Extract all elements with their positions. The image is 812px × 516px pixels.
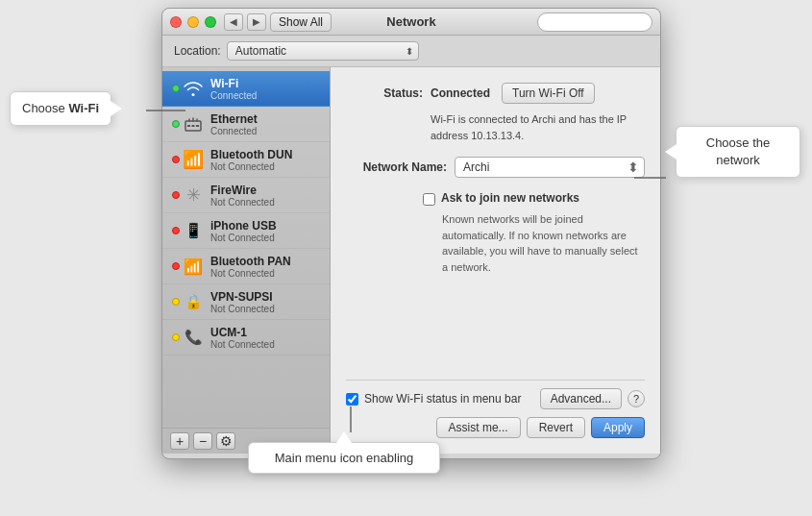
- iphone-usb-item-text: iPhone USB Not Connected: [210, 219, 322, 243]
- turn-wifi-button[interactable]: Turn Wi-Fi Off: [502, 83, 595, 104]
- maximize-button[interactable]: [205, 16, 216, 28]
- bluetooth-dun-status-dot: [172, 156, 180, 163]
- forward-button[interactable]: ▶: [247, 13, 266, 31]
- advanced-button[interactable]: Advanced...: [540, 388, 622, 409]
- status-label: Status:: [346, 86, 423, 100]
- sidebar-item-vpn[interactable]: 🔒 VPN-SUPSI Not Connected: [162, 284, 330, 320]
- choose-wifi-callout: Choose Wi-Fi: [10, 91, 111, 126]
- ucm-icon: 📞: [180, 324, 207, 351]
- titlebar: ◀ ▶ Show All Network: [162, 9, 660, 36]
- iphone-usb-icon: 📱: [180, 217, 207, 244]
- sidebar-item-bluetooth-dun[interactable]: 📶 Bluetooth DUN Not Connected: [162, 142, 330, 178]
- network-input-wrapper: ⬍: [455, 157, 645, 178]
- bluetooth-dun-item-status: Not Connected: [210, 161, 322, 172]
- location-select[interactable]: Automatic: [227, 41, 419, 61]
- ucm-item-text: UCM-1 Not Connected: [210, 326, 322, 350]
- menu-icon-callout: Main menu icon enabling: [248, 442, 440, 474]
- bluetooth-pan-item-text: Bluetooth PAN Not Connected: [210, 255, 322, 279]
- iphone-usb-status-dot: [172, 227, 180, 234]
- ucm-status-dot: [172, 333, 180, 341]
- sidebar-item-wifi[interactable]: Wi-Fi Connected: [162, 71, 330, 107]
- show-wifi-checkbox[interactable]: [346, 393, 358, 405]
- bluetooth-pan-icon: 📶: [180, 253, 207, 280]
- ask-join-checkbox[interactable]: [423, 193, 435, 206]
- ethernet-item-name: Ethernet: [210, 112, 322, 126]
- location-select-wrapper: Automatic ⬍: [227, 41, 419, 61]
- vpn-icon: 🔒: [180, 288, 207, 315]
- window-title: Network: [386, 14, 435, 29]
- revert-button[interactable]: Revert: [527, 417, 585, 438]
- sidebar-item-firewire[interactable]: ✳ FireWire Not Connected: [162, 178, 330, 213]
- network-name-input[interactable]: [455, 157, 645, 178]
- vpn-item-text: VPN-SUPSI Not Connected: [210, 290, 322, 314]
- ethernet-item-text: Ethernet Connected: [210, 112, 322, 136]
- bluetooth-dun-icon: 📶: [180, 146, 207, 173]
- main-panel: Status: Connected Turn Wi-Fi Off Wi-Fi i…: [331, 67, 660, 454]
- bluetooth-dun-item-name: Bluetooth DUN: [210, 148, 322, 161]
- menu-icon-text: Main menu icon enabling: [275, 451, 414, 465]
- back-button[interactable]: ◀: [224, 13, 243, 31]
- bluetooth-pan-status-dot: [172, 262, 180, 270]
- network-name-label: Network Name:: [346, 160, 447, 174]
- choose-wifi-arrow: [111, 101, 122, 116]
- bottom-bar: Show Wi-Fi status in menu bar Advanced..…: [346, 380, 645, 438]
- wifi-icon: [180, 75, 207, 102]
- ethernet-item-status: Connected: [210, 126, 322, 136]
- choose-network-text: Choose the network: [706, 135, 771, 167]
- ethernet-icon: [180, 111, 207, 137]
- iphone-usb-item-name: iPhone USB: [210, 219, 322, 233]
- iphone-usb-item-status: Not Connected: [210, 233, 322, 243]
- sidebar: Wi-Fi Connected: [162, 67, 331, 454]
- svg-rect-3: [196, 125, 199, 127]
- firewire-icon: ✳: [180, 182, 207, 209]
- show-all-button[interactable]: Show All: [270, 12, 332, 32]
- bottom-row2: Assist me... Revert Apply: [346, 417, 645, 438]
- bluetooth-pan-item-name: Bluetooth PAN: [210, 255, 322, 268]
- sidebar-item-iphone-usb[interactable]: 📱 iPhone USB Not Connected: [162, 213, 330, 249]
- location-toolbar: Location: Automatic ⬍: [162, 36, 660, 67]
- ucm-item-status: Not Connected: [210, 339, 322, 350]
- network-window: ◀ ▶ Show All Network Location: Automatic…: [161, 8, 661, 459]
- bottom-row1: Show Wi-Fi status in menu bar Advanced..…: [346, 388, 645, 409]
- sidebar-item-ucm[interactable]: 📞 UCM-1 Not Connected: [162, 320, 330, 356]
- svg-rect-2: [192, 125, 195, 127]
- location-label: Location:: [174, 44, 221, 58]
- vpn-item-status: Not Connected: [210, 304, 322, 314]
- traffic-lights: [170, 16, 216, 28]
- nav-controls: ◀ ▶ Show All: [224, 12, 332, 32]
- ask-join-label: Ask to join new networks: [441, 191, 579, 205]
- wifi-description: Wi-Fi is connected to Archi and has the …: [346, 111, 645, 143]
- gear-button[interactable]: ⚙: [216, 432, 235, 450]
- network-name-row: Network Name: ⬍: [346, 157, 645, 178]
- status-row: Status: Connected Turn Wi-Fi Off: [346, 83, 645, 104]
- assist-me-button[interactable]: Assist me...: [436, 417, 521, 438]
- content-area: Wi-Fi Connected: [162, 67, 660, 454]
- wifi-item-status: Connected: [210, 90, 322, 101]
- wifi-status-dot: [172, 85, 180, 92]
- close-button[interactable]: [170, 16, 182, 28]
- remove-network-button[interactable]: −: [193, 432, 212, 450]
- join-networks-note: Known networks will be joined automatica…: [346, 211, 645, 275]
- firewire-item-status: Not Connected: [210, 197, 322, 208]
- show-wifi-label: Show Wi-Fi status in menu bar: [364, 392, 521, 405]
- bluetooth-dun-item-text: Bluetooth DUN Not Connected: [210, 148, 322, 172]
- join-networks-checkbox-row: Ask to join new networks: [346, 191, 645, 206]
- menu-icon-arrow: [336, 431, 352, 443]
- status-value: Connected: [431, 86, 490, 100]
- wifi-item-text: Wi-Fi Connected: [210, 77, 322, 101]
- sidebar-item-ethernet[interactable]: Ethernet Connected: [162, 107, 330, 142]
- apply-button[interactable]: Apply: [591, 417, 645, 438]
- bluetooth-pan-item-status: Not Connected: [210, 268, 322, 279]
- vpn-item-name: VPN-SUPSI: [210, 290, 322, 304]
- minimize-button[interactable]: [187, 16, 199, 28]
- vpn-status-dot: [172, 298, 180, 306]
- search-input[interactable]: [537, 12, 652, 32]
- ethernet-status-dot: [172, 120, 180, 128]
- help-button[interactable]: ?: [627, 390, 645, 407]
- add-network-button[interactable]: +: [170, 432, 189, 450]
- firewire-status-dot: [172, 191, 180, 199]
- ucm-item-name: UCM-1: [210, 326, 322, 339]
- sidebar-item-bluetooth-pan[interactable]: 📶 Bluetooth PAN Not Connected: [162, 249, 330, 284]
- sidebar-list: Wi-Fi Connected: [162, 67, 330, 428]
- firewire-item-name: FireWire: [210, 184, 322, 197]
